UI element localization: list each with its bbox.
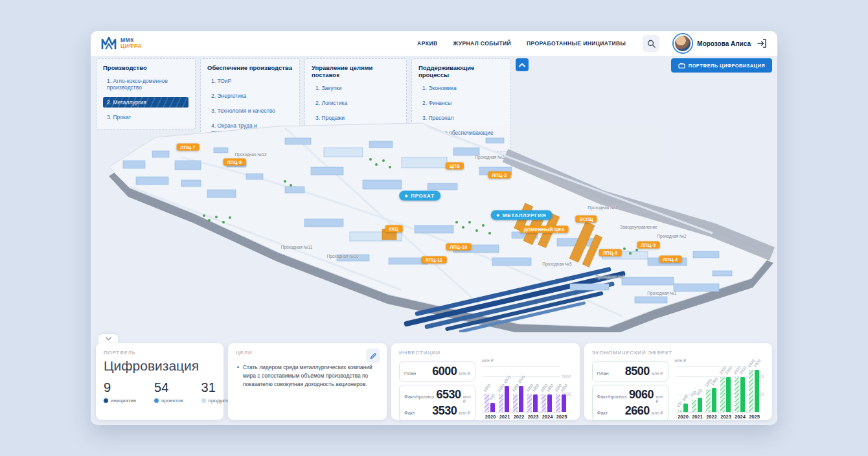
map-shop-badge[interactable]: ЛПЦ-3 xyxy=(488,172,511,179)
pencil-icon xyxy=(370,352,377,359)
search-icon xyxy=(647,40,656,48)
app-window: ММК ЦИФРА АРХИВ ЖУРНАЛ СОБЫТИЙ ПРОРАБОТА… xyxy=(91,31,777,425)
x-tick-label: 2025 xyxy=(554,414,569,420)
badge-dot-icon xyxy=(497,214,499,216)
map-shop-badge[interactable]: ЛПЦ-4 xyxy=(659,256,682,263)
economic-fact-box: Факт/прогноз 9060млн ₽ Факт 2660млн ₽ xyxy=(592,385,668,421)
map-place-label: Проходная №5 xyxy=(542,262,571,266)
economic-plan-box: План 8500млн ₽ xyxy=(592,361,668,382)
menu-item[interactable]: 1. Закупки xyxy=(312,83,400,93)
x-tick-label: 2021 xyxy=(497,414,512,420)
map-area-badge[interactable]: МЕТАЛЛУРГИЯ xyxy=(491,211,553,220)
badge-dot-icon xyxy=(405,194,407,197)
plan-bar xyxy=(556,394,560,412)
map-place-label: Проходная №2 xyxy=(475,155,504,159)
nav-initiatives[interactable]: ПРОРАБОТАННЫЕ ИНИЦИАТИВЫ xyxy=(527,40,626,47)
collapse-cards-button[interactable] xyxy=(98,334,118,343)
menu-item[interactable]: 1. Экономика xyxy=(418,83,504,93)
fact-bar xyxy=(755,370,759,412)
nav-journal[interactable]: ЖУРНАЛ СОБЫТИЙ xyxy=(453,40,512,47)
bar-value-label: 700 xyxy=(690,391,697,398)
x-tick-label: 2022 xyxy=(705,414,719,420)
map-place-label: Проходная №10 xyxy=(326,254,358,258)
map-place-label: Заводоуправление xyxy=(620,225,657,229)
menu-item[interactable]: 1. ТОиР xyxy=(207,76,293,86)
logout-icon xyxy=(757,39,767,48)
map-place-label: Проходная №4 xyxy=(588,205,617,210)
x-tick-label: 2024 xyxy=(540,414,554,420)
map-shop-badge[interactable]: ЛПЦ-5 xyxy=(637,242,660,249)
menu-item[interactable]: 3. Технология и качество xyxy=(207,106,293,116)
map-shop-badge[interactable]: ЛПЦ-7 xyxy=(177,144,200,151)
plan-bar xyxy=(720,377,725,412)
map-shop-badge[interactable]: ЛПЦ-11 xyxy=(422,256,447,264)
nav-archive[interactable]: АРХИВ xyxy=(417,40,437,47)
avatar xyxy=(674,34,692,52)
fact-bar xyxy=(505,386,509,412)
plan-value: 6000 xyxy=(432,365,457,378)
menu-group-title: Производство xyxy=(103,64,188,71)
forecast-label: Факт/прогноз xyxy=(404,394,434,400)
menu-group-title: Поддерживающие процессы xyxy=(418,64,504,78)
plan-value: 8500 xyxy=(625,365,650,378)
x-tick-label: 2021 xyxy=(691,414,705,420)
goal-item: Стать лидером среди металлургических ком… xyxy=(237,363,376,388)
logo: ММК ЦИФРА xyxy=(101,37,142,50)
fact-label: Факт xyxy=(597,410,608,416)
y-tick-label: 2000 xyxy=(562,374,571,379)
fact-label: Факт xyxy=(404,410,415,416)
logout-button[interactable] xyxy=(757,39,767,48)
edit-goals-button[interactable] xyxy=(366,348,380,363)
investments-plan-box: План 6000млн ₽ xyxy=(399,361,475,382)
portfolio-digitalization-label: ПОРТФЕЛЬ ЦИФРОВИЗАЦИЯ xyxy=(689,63,765,69)
plan-bar xyxy=(706,389,711,412)
plan-bar xyxy=(749,370,753,412)
fact-bar xyxy=(712,388,716,412)
forecast-value: 9060 xyxy=(629,388,654,402)
goals-card: ЦЕЛИ Стать лидером среди металлургически… xyxy=(228,343,387,420)
economic-chart: млн ₽ 1000200010050070080013001360200020… xyxy=(675,358,765,422)
menu-item[interactable]: 3. Прокат xyxy=(103,112,188,122)
investments-legend: ПЛАН ФАКТ/ПРОГНОЗ xyxy=(399,421,475,425)
map-shop-badge[interactable]: ЭСПЦ xyxy=(575,216,597,223)
fact-bar xyxy=(683,404,688,412)
map-shop-badge[interactable]: ЦПВ xyxy=(446,163,464,170)
collapse-menu-button[interactable] xyxy=(516,58,529,71)
menu-item[interactable]: 2. Металлургия xyxy=(103,97,188,108)
menu-item[interactable]: 2. Энергетика xyxy=(207,91,293,101)
briefcase-icon xyxy=(678,62,685,69)
fact-bar xyxy=(547,394,552,412)
map-shop-badge[interactable]: ЛПЦ-9 xyxy=(599,249,622,256)
map-place-label: Проходная №12 xyxy=(234,152,266,157)
fact-bar xyxy=(740,377,745,412)
mmk-logo-icon xyxy=(101,37,117,50)
x-tick-label: 2023 xyxy=(526,414,540,420)
map-area-badge[interactable]: ПРОКАТ xyxy=(399,191,440,201)
map-shop-badge[interactable]: ЛПЦ-6 xyxy=(223,159,246,166)
y-axis-label: млн ₽ xyxy=(675,358,687,363)
investments-card: ИНВЕСТИЦИИ План 6000млн ₽ Факт/прогноз 6… xyxy=(391,343,580,420)
portfolio-digitalization-button[interactable]: ПОРТФЕЛЬ ЦИФРОВИЗАЦИЯ xyxy=(671,58,772,73)
x-tick-label: 2020 xyxy=(483,414,497,420)
map-place-label: Проходная №1 xyxy=(647,291,676,295)
plan-bar xyxy=(485,394,489,412)
portfolio-stat: 54проектов xyxy=(154,380,183,404)
bar-value-label: 500 xyxy=(681,394,689,402)
map-shop-badge[interactable]: ЛПЦ-10 xyxy=(446,244,472,251)
user-menu[interactable]: Морозова Алиса xyxy=(674,34,751,52)
search-button[interactable] xyxy=(643,35,659,52)
map-shop-badge[interactable]: ДОМЕННЫЙ ЦЕХ xyxy=(520,226,569,233)
menu-item[interactable]: 2. Финансы xyxy=(418,98,504,108)
forecast-label: Факт/прогноз xyxy=(597,394,627,400)
plan-label: План xyxy=(597,370,609,376)
stat-dot-icon xyxy=(201,398,206,403)
menu-item[interactable]: 1. Агло-коксо-доменное производство xyxy=(103,76,188,93)
chevron-down-icon xyxy=(106,337,111,341)
bottom-cards: ПОРТФЕЛЬ Цифровизация 9инициатив54проект… xyxy=(96,343,772,420)
map-place-label: Проходная №2 xyxy=(657,234,686,238)
menu-item[interactable]: 2. Логистика xyxy=(312,98,400,108)
fact-bar xyxy=(490,403,495,412)
user-name: Морозова Алиса xyxy=(697,40,751,47)
x-tick-label: 2020 xyxy=(676,414,691,420)
map-shop-badge[interactable]: ККЦ xyxy=(385,225,403,233)
